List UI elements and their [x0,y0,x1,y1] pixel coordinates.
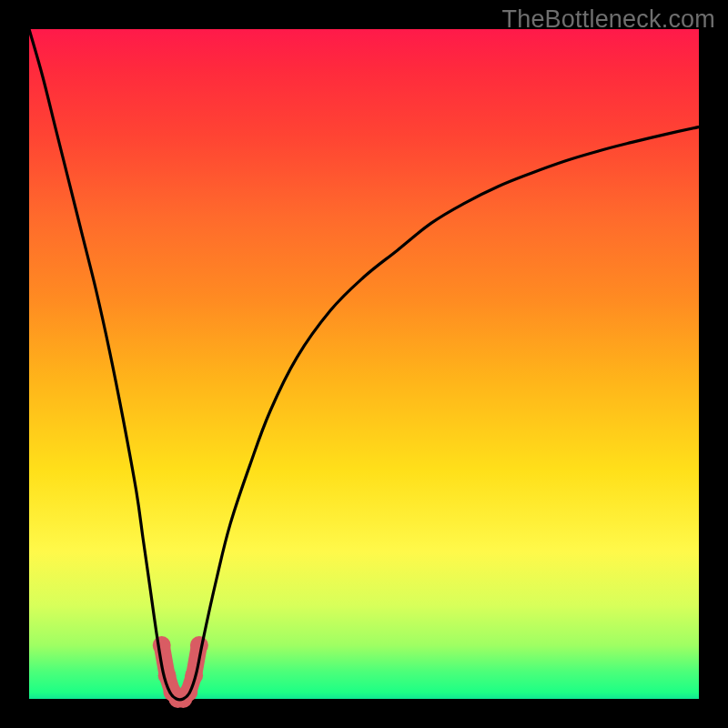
sweet-spot-markers [153,636,208,708]
chart-svg [29,29,699,699]
sweet-spot-marker [153,636,171,654]
chart-frame: TheBottleneck.com [0,0,728,728]
watermark-text: TheBottleneck.com [501,5,715,34]
chart-plot-area [29,29,699,699]
bottleneck-curve [29,29,699,700]
